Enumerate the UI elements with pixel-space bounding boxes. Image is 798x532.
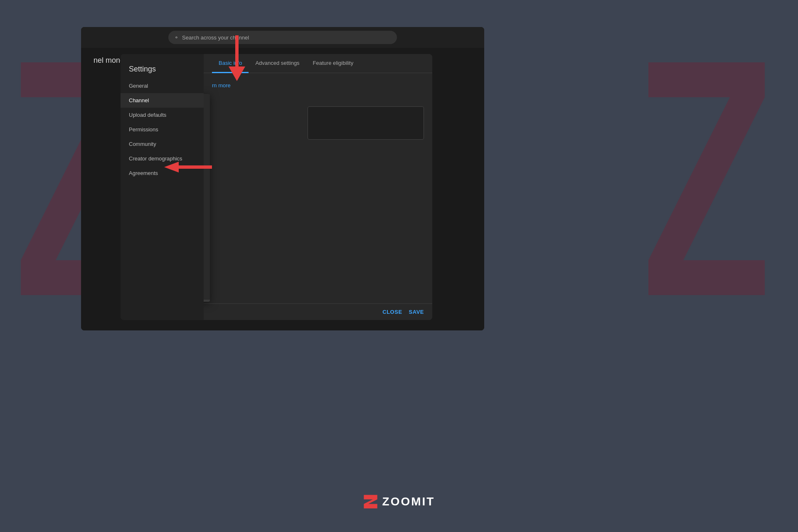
save-button[interactable]: SAVE (409, 309, 424, 315)
country-item[interactable]: Uganda (204, 259, 210, 272)
country-item[interactable]: Türkiye (204, 245, 210, 259)
search-icon: ⚬ (174, 34, 179, 41)
arrow-down-indicator (227, 35, 247, 85)
settings-modal: Settings General Channel Upload defaults… (121, 54, 432, 320)
close-button[interactable]: CLOSE (382, 309, 402, 315)
country-item-uk[interactable]: United Kingdom (204, 300, 210, 302)
z-shape-right (648, 62, 765, 291)
zoomit-logo: ZOOMIT (363, 494, 435, 509)
svg-marker-5 (164, 162, 179, 172)
nav-community[interactable]: Community (121, 137, 204, 151)
nav-permissions[interactable]: Permissions (121, 122, 204, 137)
country-item[interactable]: Ukraine (204, 272, 210, 286)
settings-title: Settings (121, 58, 204, 79)
country-item[interactable]: Slovenia (204, 94, 210, 108)
tab-content-area: rn more Slovenia South Africa South Kore… (204, 73, 432, 318)
nav-general[interactable]: General (121, 79, 204, 93)
svg-marker-1 (648, 62, 765, 295)
zoomit-z-icon (363, 494, 378, 509)
settings-content: Basic info Advanced settings Feature eli… (204, 54, 432, 320)
settings-sidebar: Settings General Channel Upload defaults… (121, 54, 204, 320)
country-dropdown[interactable]: Slovenia South Africa South Korea Spain … (204, 94, 210, 302)
browser-topbar: ⚬ Search across your channel (81, 27, 484, 48)
tab-feature-eligibility[interactable]: Feature eligibility (306, 54, 360, 73)
country-item[interactable]: South Korea (204, 121, 210, 135)
arrow-left-indicator (162, 161, 212, 173)
country-item[interactable]: South Africa (204, 108, 210, 121)
svg-marker-6 (364, 495, 377, 508)
country-item[interactable]: United Arab Emirates (204, 286, 210, 300)
country-item[interactable]: Spain (204, 135, 210, 149)
country-item[interactable]: Tanzania (204, 204, 210, 217)
nav-channel[interactable]: Channel (121, 93, 204, 108)
svg-marker-3 (229, 66, 245, 81)
tab-advanced-settings[interactable]: Advanced settings (249, 54, 306, 73)
country-item[interactable]: Taiwan (204, 190, 210, 204)
browser-window: ⚬ Search across your channel nel monetis… (81, 27, 484, 330)
country-item[interactable]: Thailand (204, 217, 210, 231)
nav-upload-defaults[interactable]: Upload defaults (121, 108, 204, 122)
zoomit-wordmark: ZOOMIT (382, 495, 435, 508)
modal-footer: CLOSE SAVE (204, 303, 432, 320)
description-textarea[interactable] (308, 106, 424, 140)
search-bar[interactable]: ⚬ Search across your channel (168, 31, 397, 44)
country-item[interactable]: Tunisia (204, 231, 210, 245)
country-item[interactable]: Switzerland (204, 176, 210, 190)
browser-content: nel monetisation Settings General Channe… (81, 48, 484, 330)
